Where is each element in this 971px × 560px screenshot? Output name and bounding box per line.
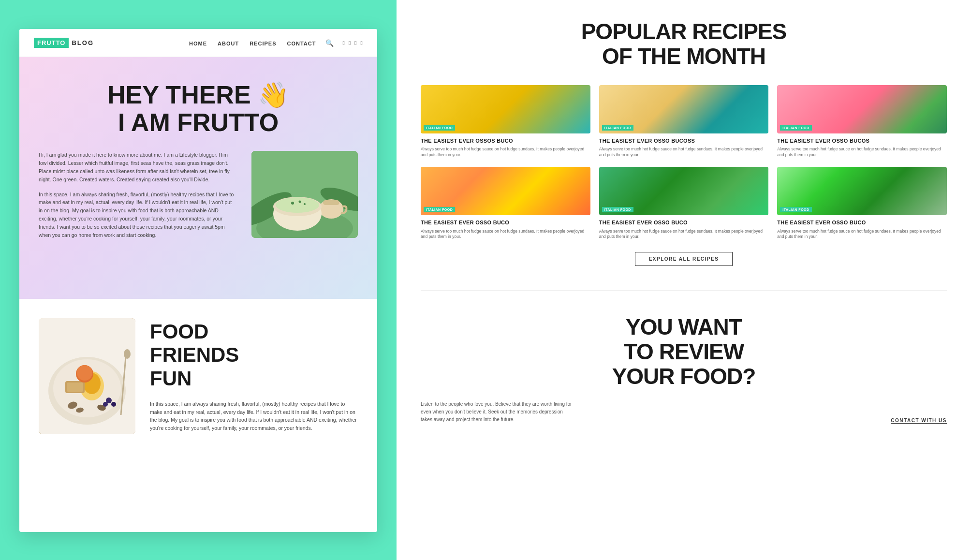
hero-text: Hi, I am glad you made it here to know m… [39, 151, 237, 246]
svg-rect-5 [323, 200, 339, 205]
website-frame: FRUTTO BLOG HOME ABOUT RECIPES CONTACT 🔍… [19, 29, 377, 532]
social-icons:     [342, 40, 363, 46]
hero-content: Hi, I am glad you made it here to know m… [39, 151, 358, 246]
food-plate-image [39, 318, 135, 434]
recipe-card-image: ITALIAN FOOD [777, 85, 947, 133]
recipe-card-title: THE EASIEST EVER OSSO BUCOSS [599, 137, 769, 144]
hero-title-line2: I AM FRUTTO [118, 108, 279, 136]
recipe-badge: ITALIAN FOOD [602, 207, 633, 212]
recipe-badge: ITALIAN FOOD [780, 207, 811, 212]
navbar: FRUTTO BLOG HOME ABOUT RECIPES CONTACT 🔍… [19, 29, 377, 57]
food-title-line1: FOOD [150, 320, 208, 343]
youtube-icon[interactable]:  [361, 40, 363, 46]
explore-all-button[interactable]: EXPLORE ALL RECIPES [635, 252, 733, 266]
recipe-card-image: ITALIAN FOOD [421, 167, 590, 215]
review-title-line2: TO REVIEW [624, 339, 744, 364]
recipe-card-image: ITALIAN FOOD [777, 167, 947, 215]
recipe-badge: ITALIAN FOOD [602, 125, 633, 131]
review-content: Listen to the people who love you. Belie… [421, 400, 947, 424]
instagram-icon[interactable]:  [354, 40, 356, 46]
nav-item-recipes[interactable]: RECIPES [250, 39, 276, 47]
svg-point-26 [124, 349, 131, 359]
recipes-grid: ITALIAN FOOD THE EASIEST EVER OSSOS BUCO… [421, 85, 947, 240]
food-image [39, 318, 135, 434]
review-title: YOU WANT TO REVIEW YOUR FOOD? [421, 315, 947, 388]
svg-point-9 [291, 202, 294, 205]
recipe-card-title: THE EASIEST EVER OSSO BUCO [599, 219, 769, 226]
food-title-line2: FRIENDS [150, 343, 239, 366]
svg-point-24 [103, 402, 108, 407]
explore-btn-wrap: EXPLORE ALL RECIPES [421, 252, 947, 266]
nav-item-contact[interactable]: CONTACT [287, 39, 316, 47]
facebook-icon[interactable]:  [342, 40, 344, 46]
hero-title-line1: HEY THERE 👋 [107, 81, 289, 109]
recipe-card-desc: Always serve too much hot fudge sauce on… [421, 147, 590, 158]
hero-para1: Hi, I am glad you made it here to know m… [39, 151, 237, 183]
recipe-card-r2[interactable]: ITALIAN FOOD THE EASIEST EVER OSSO BUCOS… [599, 85, 769, 158]
svg-rect-18 [67, 383, 83, 392]
svg-point-23 [111, 402, 116, 407]
logo-blog[interactable]: BLOG [72, 39, 94, 46]
recipe-card-r4[interactable]: ITALIAN FOOD THE EASIEST EVER OSSO BUCO … [421, 167, 590, 240]
svg-point-28 [77, 365, 92, 381]
food-section: FOOD FRIENDS FUN In this space, I am alw… [19, 299, 377, 454]
recipe-card-r3[interactable]: ITALIAN FOOD THE EASIEST EVER OSSO BUCOS… [777, 85, 947, 158]
left-panel: FRUTTO BLOG HOME ABOUT RECIPES CONTACT 🔍… [0, 0, 397, 560]
recipe-card-desc: Always serve too much hot fudge sauce on… [599, 147, 769, 158]
hero-title: HEY THERE 👋 I AM FRUTTO [39, 81, 358, 136]
recipe-card-title: THE EASIEST EVER OSSO BUCOS [777, 137, 947, 144]
search-icon[interactable]: 🔍 [325, 39, 334, 47]
recipe-card-image: ITALIAN FOOD [599, 85, 769, 133]
food-desc: In this space, I am always sharing fresh… [150, 400, 358, 432]
hero-bowl-image [251, 151, 358, 238]
recipe-card-image: ITALIAN FOOD [599, 167, 769, 215]
popular-recipes-title: POPULAR RECIPES OF THE MONTH [421, 19, 947, 68]
nav-item-about[interactable]: ABOUT [218, 39, 239, 47]
recipe-badge: ITALIAN FOOD [424, 125, 455, 131]
logo[interactable]: FRUTTO BLOG [34, 38, 94, 48]
right-panel: POPULAR RECIPES OF THE MONTH ITALIAN FOO… [397, 0, 971, 560]
svg-point-10 [299, 201, 301, 203]
recipe-card-r5[interactable]: ITALIAN FOOD THE EASIEST EVER OSSO BUCO … [599, 167, 769, 240]
popular-title-line1: POPULAR RECIPES [581, 19, 787, 44]
hero-para2: In this space, I am always sharing fresh… [39, 191, 237, 239]
recipe-card-r6[interactable]: ITALIAN FOOD THE EASIEST EVER OSSO BUCO … [777, 167, 947, 240]
hero-section: HEY THERE 👋 I AM FRUTTO Hi, I am glad yo… [19, 57, 377, 299]
recipe-badge: ITALIAN FOOD [424, 207, 455, 212]
review-title-line1: YOU WANT [626, 314, 742, 339]
food-title: FOOD FRIENDS FUN [150, 320, 358, 390]
recipe-card-desc: Always serve too much hot fudge sauce on… [777, 147, 947, 158]
svg-point-11 [304, 203, 306, 205]
recipe-card-image: ITALIAN FOOD [421, 85, 590, 133]
nav-links: HOME ABOUT RECIPES CONTACT [189, 39, 316, 47]
popular-title-line2: OF THE MONTH [602, 44, 765, 69]
recipe-card-title: THE EASIEST EVER OSSO BUCO [777, 219, 947, 226]
twitter-icon[interactable]:  [349, 40, 351, 46]
recipe-card-desc: Always serve too much hot fudge sauce on… [421, 229, 590, 240]
logo-frutto[interactable]: FRUTTO [34, 38, 69, 48]
recipe-badge: ITALIAN FOOD [780, 125, 811, 131]
recipe-card-desc: Always serve too much hot fudge sauce on… [777, 229, 947, 240]
review-title-line3: YOUR FOOD? [612, 364, 756, 389]
hero-image [251, 151, 358, 238]
contact-with-us-link[interactable]: CONTACT WITH US [891, 418, 947, 424]
recipe-card-title: THE EASIEST EVER OSSOS BUCO [421, 137, 590, 144]
svg-point-8 [276, 197, 319, 213]
food-title-line3: FUN [150, 367, 191, 390]
recipe-card-title: THE EASIEST EVER OSSO BUCO [421, 219, 590, 226]
food-text: FOOD FRIENDS FUN In this space, I am alw… [150, 320, 358, 432]
recipe-card-r1[interactable]: ITALIAN FOOD THE EASIEST EVER OSSOS BUCO… [421, 85, 590, 158]
recipe-card-desc: Always serve too much hot fudge sauce on… [599, 229, 769, 240]
review-section: YOU WANT TO REVIEW YOUR FOOD? Listen to … [421, 290, 947, 424]
nav-item-home[interactable]: HOME [189, 39, 207, 47]
review-desc: Listen to the people who love you. Belie… [421, 400, 575, 424]
